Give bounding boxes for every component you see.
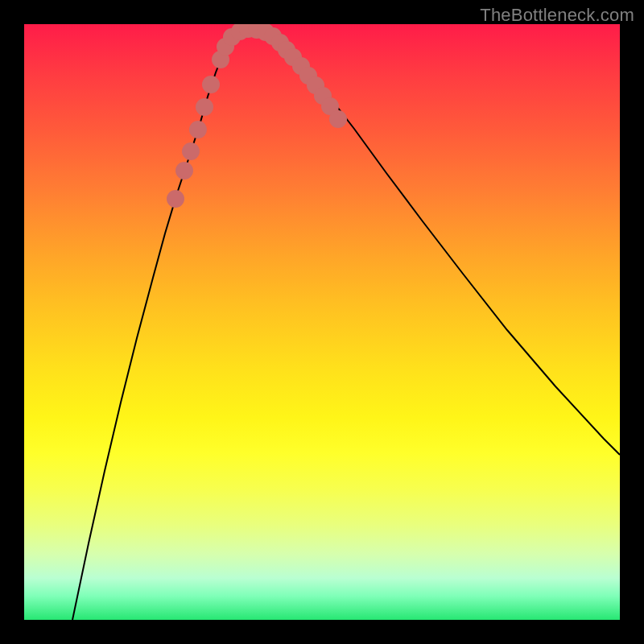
highlight-dots — [167, 24, 347, 208]
plot-area — [24, 24, 620, 620]
highlight-dot — [329, 110, 347, 128]
highlight-dot — [189, 121, 207, 138]
watermark-text: TheBottleneck.com — [480, 5, 634, 26]
highlight-dot — [196, 98, 213, 116]
highlight-dot — [182, 142, 200, 160]
curve-svg — [24, 24, 620, 620]
highlight-dot — [167, 190, 184, 208]
highlight-dot — [202, 76, 220, 93]
chart-canvas: TheBottleneck.com — [0, 0, 644, 644]
highlight-dot — [175, 162, 193, 180]
